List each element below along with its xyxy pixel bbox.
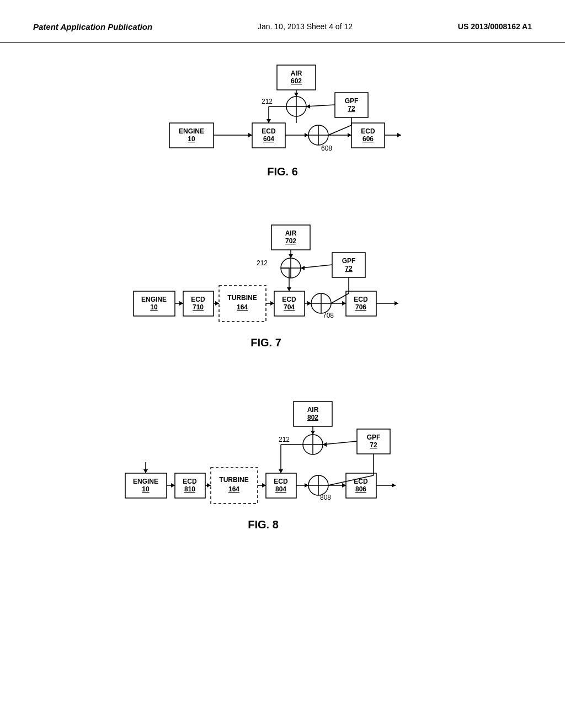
svg-text:710: 710 <box>193 303 204 311</box>
svg-marker-89 <box>342 301 346 306</box>
svg-marker-86 <box>307 301 311 306</box>
figure-7: AIR 702 GPF 72 ENGINE 10 ECD 710 TURBINE… <box>33 220 532 363</box>
svg-text:704: 704 <box>284 303 295 311</box>
svg-text:AIR: AIR <box>285 229 297 237</box>
svg-text:GPF: GPF <box>342 257 356 265</box>
header-date-sheet: Jan. 10, 2013 Sheet 4 of 12 <box>258 22 353 31</box>
svg-text:FIG. 6: FIG. 6 <box>267 165 298 178</box>
header-publication-type: Patent Application Publication <box>33 22 152 31</box>
fig6-diagram: AIR 602 GPF 72 ENGINE 10 ECD 604 E <box>131 60 434 186</box>
svg-marker-137 <box>305 483 308 488</box>
page-header: Patent Application Publication Jan. 10, … <box>0 0 565 43</box>
svg-text:72: 72 <box>348 105 355 113</box>
header-patent-number: US 2013/0008162 A1 <box>458 22 532 31</box>
svg-marker-122 <box>311 431 315 435</box>
svg-marker-142 <box>342 483 346 488</box>
main-content: AIR 602 GPF 72 ENGINE 10 ECD 604 E <box>0 43 565 561</box>
svg-marker-82 <box>215 301 219 306</box>
svg-text:TURBINE: TURBINE <box>219 476 248 484</box>
svg-marker-76 <box>301 266 305 270</box>
svg-marker-144 <box>392 483 396 488</box>
svg-line-126 <box>323 441 357 445</box>
fig8-diagram: AIR 802 GPF 72 ENGINE 10 ECD 810 TURBINE… <box>109 396 456 545</box>
svg-marker-71 <box>289 254 293 258</box>
svg-text:602: 602 <box>291 77 302 85</box>
svg-text:ECD: ECD <box>354 296 368 303</box>
svg-marker-139 <box>143 469 148 473</box>
svg-text:FIG. 8: FIG. 8 <box>248 518 279 531</box>
svg-text:GPF: GPF <box>367 433 381 441</box>
svg-text:164: 164 <box>228 485 239 493</box>
svg-text:708: 708 <box>323 312 334 319</box>
svg-text:804: 804 <box>275 485 286 493</box>
fig7-diagram: AIR 702 GPF 72 ENGINE 10 ECD 710 TURBINE… <box>117 220 448 363</box>
svg-marker-131 <box>171 483 175 488</box>
svg-text:212: 212 <box>257 259 268 267</box>
svg-marker-40 <box>397 133 401 137</box>
svg-marker-84 <box>270 301 274 306</box>
svg-text:604: 604 <box>263 135 274 143</box>
svg-text:ECD: ECD <box>282 296 296 303</box>
svg-text:ECD: ECD <box>274 478 288 485</box>
svg-marker-31 <box>306 104 310 109</box>
svg-text:212: 212 <box>262 98 273 105</box>
svg-marker-38 <box>348 133 351 137</box>
svg-text:ECD: ECD <box>191 296 205 303</box>
svg-text:164: 164 <box>237 303 248 311</box>
svg-marker-127 <box>323 442 327 447</box>
svg-text:706: 706 <box>355 303 366 311</box>
svg-text:810: 810 <box>184 485 195 493</box>
svg-marker-91 <box>395 301 398 306</box>
svg-text:608: 608 <box>321 144 332 152</box>
svg-line-30 <box>306 105 335 106</box>
svg-text:TURBINE: TURBINE <box>227 294 257 302</box>
svg-line-75 <box>301 265 332 268</box>
svg-text:AIR: AIR <box>307 406 319 414</box>
svg-text:ECD: ECD <box>183 478 197 485</box>
svg-marker-74 <box>287 287 291 291</box>
svg-marker-29 <box>248 133 252 137</box>
svg-text:ECD: ECD <box>262 127 276 135</box>
svg-text:606: 606 <box>363 135 374 143</box>
figure-6: AIR 602 GPF 72 ENGINE 10 ECD 604 E <box>33 60 532 186</box>
svg-text:FIG. 7: FIG. 7 <box>250 336 281 349</box>
svg-marker-80 <box>179 301 183 306</box>
svg-text:212: 212 <box>279 436 290 443</box>
svg-marker-125 <box>279 469 283 473</box>
svg-text:808: 808 <box>320 494 331 501</box>
svg-text:10: 10 <box>150 303 158 311</box>
svg-text:72: 72 <box>345 265 353 272</box>
svg-marker-33 <box>305 133 308 137</box>
svg-text:72: 72 <box>370 441 377 449</box>
svg-text:10: 10 <box>188 135 195 143</box>
svg-text:ENGINE: ENGINE <box>141 296 167 303</box>
svg-marker-133 <box>207 483 211 488</box>
svg-text:ECD: ECD <box>361 127 375 135</box>
svg-text:AIR: AIR <box>291 69 302 77</box>
svg-text:806: 806 <box>355 485 366 493</box>
svg-text:GPF: GPF <box>345 97 359 105</box>
svg-marker-22 <box>294 93 299 97</box>
figure-8: AIR 802 GPF 72 ENGINE 10 ECD 810 TURBINE… <box>33 396 532 545</box>
svg-marker-27 <box>266 119 271 123</box>
svg-marker-135 <box>262 483 266 488</box>
svg-text:802: 802 <box>307 414 318 421</box>
svg-text:ENGINE: ENGINE <box>179 127 204 135</box>
svg-text:ENGINE: ENGINE <box>133 478 158 485</box>
svg-text:702: 702 <box>285 237 296 245</box>
svg-text:10: 10 <box>142 485 150 493</box>
